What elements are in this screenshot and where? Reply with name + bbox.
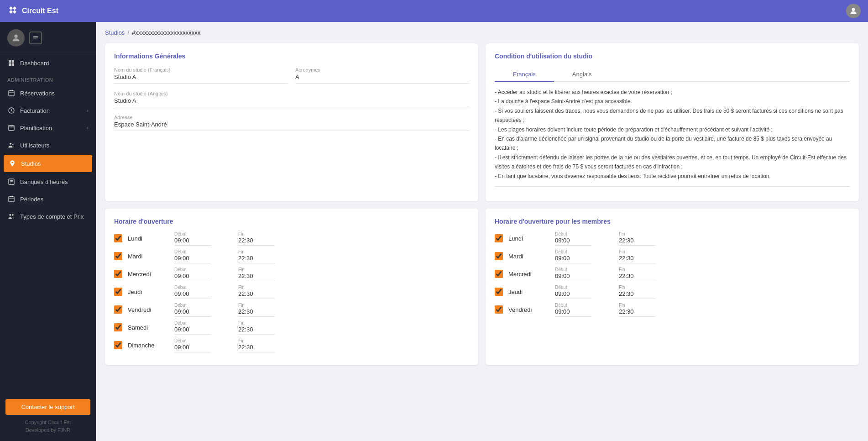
hours-fields: Début09:00Fin22:30 <box>174 338 275 352</box>
debut-value[interactable]: 09:00 <box>174 273 211 281</box>
studio-name-en-value[interactable]: Studio A <box>114 97 469 107</box>
hours-row: VendrediDébut09:00Fin22:30 <box>114 303 469 317</box>
debut-label: Début <box>174 267 211 272</box>
fin-label: Fin <box>619 267 655 272</box>
fin-value[interactable]: 22:30 <box>238 237 275 246</box>
svg-rect-7 <box>9 63 11 66</box>
fin-label: Fin <box>238 285 275 290</box>
studio-name-en-group: Nom du studio (Anglais) Studio A <box>114 91 469 107</box>
fin-value[interactable]: 22:30 <box>619 255 655 263</box>
hours-row: MardiDébut09:00Fin22:30 <box>495 249 850 263</box>
sidebar-item-types-compte[interactable]: Types de compte et Prix <box>0 208 96 225</box>
breadcrumb-parent[interactable]: Studios <box>105 29 125 36</box>
hours-checkbox[interactable] <box>114 288 122 296</box>
debut-value[interactable]: 09:00 <box>555 237 591 246</box>
conditions-tabs: Français Anglais <box>495 67 850 82</box>
sidebar-item-label: Banques d'heures <box>20 178 68 185</box>
debut-value[interactable]: 09:00 <box>555 273 591 281</box>
planification-icon <box>7 124 16 132</box>
hours-day-label: Lundi <box>128 235 164 242</box>
hours-day-label: Vendredi <box>128 306 164 313</box>
debut-value[interactable]: 09:00 <box>174 326 211 335</box>
sidebar-footer: Contacter le support Copyright Circuit-E… <box>0 394 96 441</box>
sidebar-item-planification[interactable]: Planification › <box>0 119 96 136</box>
fin-value[interactable]: 22:30 <box>238 273 275 281</box>
studio-name-fr-value[interactable]: Studio A <box>114 74 288 84</box>
debut-value[interactable]: 09:00 <box>555 290 591 299</box>
debut-label: Début <box>555 267 591 272</box>
debut-value[interactable]: 09:00 <box>174 344 211 352</box>
hours-checkbox[interactable] <box>114 270 122 278</box>
sidebar-item-dashboard[interactable]: Dashboard <box>0 54 96 72</box>
sidebar: Dashboard Administration Réservations Fa… <box>0 22 96 441</box>
fin-label: Fin <box>619 249 655 254</box>
fin-value[interactable]: 22:30 <box>619 308 655 317</box>
fin-label: Fin <box>238 338 275 343</box>
studios-icon <box>8 159 16 168</box>
copyright-line2: Developed by FJNR <box>5 426 90 434</box>
hours-checkbox[interactable] <box>114 323 122 331</box>
address-label: Adresse <box>114 115 469 120</box>
svg-rect-9 <box>9 91 14 96</box>
planification-arrow: › <box>87 125 89 131</box>
sidebar-add-button[interactable] <box>29 31 42 44</box>
debut-value[interactable]: 09:00 <box>174 237 211 246</box>
debut-label: Début <box>555 303 591 308</box>
hours-row: JeudiDébut09:00Fin22:30 <box>495 285 850 299</box>
hours-checkbox[interactable] <box>495 288 503 296</box>
hours-row: VendrediDébut09:00Fin22:30 <box>495 303 850 317</box>
debut-value[interactable]: 09:00 <box>174 290 211 299</box>
fin-value[interactable]: 22:30 <box>238 326 275 335</box>
facturation-arrow: › <box>87 108 89 113</box>
sidebar-item-reservations[interactable]: Réservations <box>0 84 96 102</box>
sidebar-item-studios[interactable]: Studios <box>4 155 92 172</box>
hours-checkbox[interactable] <box>495 305 503 314</box>
fin-label: Fin <box>619 285 655 290</box>
hours-checkbox[interactable] <box>114 252 122 260</box>
address-value[interactable]: Espace Saint-André <box>114 121 469 131</box>
banques-icon <box>7 178 16 186</box>
hours-checkbox[interactable] <box>495 234 503 242</box>
debut-label: Début <box>555 249 591 254</box>
members-hours-card: Horaire d'ouverture pour les membres Lun… <box>486 209 859 365</box>
hours-fields: Début09:00Fin22:30 <box>555 267 655 281</box>
debut-label: Début <box>174 320 211 326</box>
hours-fields: Début09:00Fin22:30 <box>174 249 275 263</box>
acronymes-group: Acronymes A <box>295 67 469 84</box>
hours-checkbox[interactable] <box>114 305 122 314</box>
debut-value[interactable]: 09:00 <box>555 255 591 263</box>
support-button[interactable]: Contacter le support <box>5 399 90 415</box>
debut-label: Début <box>555 231 591 236</box>
debut-value[interactable]: 09:00 <box>174 308 211 317</box>
bottom-cards-row: Horaire d'ouverture LundiDébut09:00Fin22… <box>105 209 859 365</box>
fin-value[interactable]: 22:30 <box>619 290 655 299</box>
topbar-user-icon[interactable] <box>846 4 861 18</box>
svg-point-26 <box>9 214 11 216</box>
fin-value[interactable]: 22:30 <box>238 344 275 352</box>
fin-value[interactable]: 22:30 <box>238 255 275 263</box>
hours-row: MercrediDébut09:00Fin22:30 <box>114 267 469 281</box>
fin-value[interactable]: 22:30 <box>238 290 275 299</box>
sidebar-item-banques-heures[interactable]: Banques d'heures <box>0 173 96 190</box>
fin-value[interactable]: 22:30 <box>619 237 655 246</box>
hours-checkbox[interactable] <box>114 341 122 349</box>
hours-checkbox[interactable] <box>114 234 122 242</box>
debut-label: Début <box>174 338 211 343</box>
sidebar-item-periodes[interactable]: Périodes <box>0 190 96 208</box>
fin-value[interactable]: 22:30 <box>619 273 655 281</box>
svg-point-1 <box>14 35 17 38</box>
periodes-icon <box>7 195 16 203</box>
sidebar-user-section <box>0 22 96 54</box>
fin-value[interactable]: 22:30 <box>238 308 275 317</box>
tab-francais[interactable]: Français <box>495 67 554 82</box>
hours-day-label: Mercredi <box>508 271 545 278</box>
hours-checkbox[interactable] <box>495 252 503 260</box>
debut-value[interactable]: 09:00 <box>174 255 211 263</box>
sidebar-item-utilisateurs[interactable]: Utilisateurs <box>0 136 96 154</box>
debut-value[interactable]: 09:00 <box>555 308 591 317</box>
acronymes-value[interactable]: A <box>295 74 469 84</box>
sidebar-item-facturation[interactable]: Facturation › <box>0 102 96 119</box>
tab-anglais[interactable]: Anglais <box>554 67 610 82</box>
hours-day-label: Mardi <box>128 253 164 260</box>
hours-checkbox[interactable] <box>495 270 503 278</box>
